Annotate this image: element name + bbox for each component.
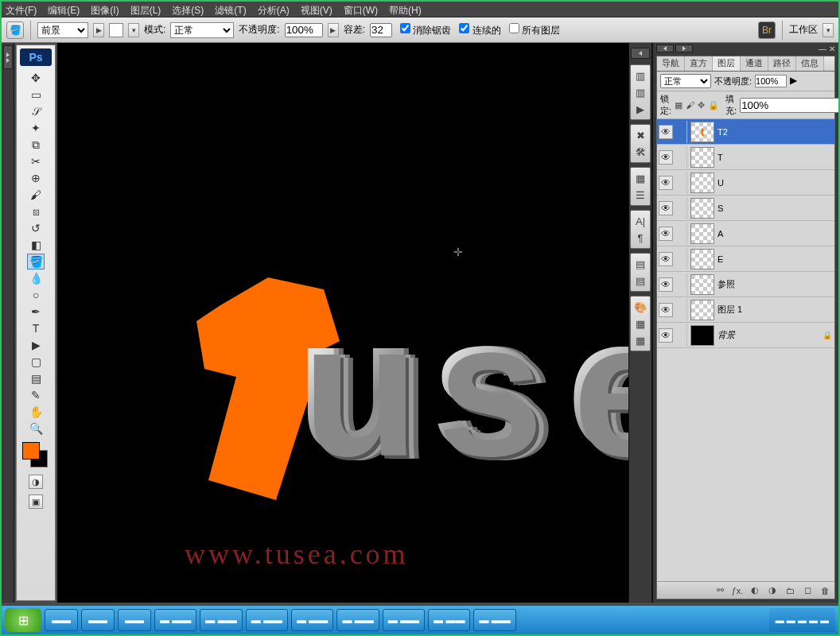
fx-icon[interactable]: ƒx.: [731, 584, 744, 597]
visibility-eye-icon[interactable]: 👁: [659, 176, 673, 190]
tab-navigator[interactable]: 导航: [657, 56, 685, 71]
all-layers-checkbox[interactable]: 所有图层: [509, 23, 560, 37]
stamp-tool[interactable]: ⧇: [27, 204, 45, 219]
layers-shortcut-icon[interactable]: ▦: [633, 171, 648, 185]
tolerance-input[interactable]: [370, 23, 392, 37]
opacity-input[interactable]: [285, 23, 323, 37]
dodge-tool[interactable]: ○: [27, 287, 45, 303]
lock-pixels-icon[interactable]: 🖌: [686, 99, 694, 111]
layer-opacity-input[interactable]: [755, 75, 787, 87]
link-column[interactable]: [676, 273, 687, 296]
lasso-tool[interactable]: 𝒮: [27, 103, 45, 119]
task-item[interactable]: ▬ ▬▬: [473, 609, 515, 631]
ps-logo-icon[interactable]: Ps: [20, 48, 52, 66]
link-column[interactable]: [676, 146, 687, 169]
workspace-label[interactable]: 工作区: [789, 23, 818, 37]
zoom-tool[interactable]: 🔍: [27, 421, 45, 436]
layer-row[interactable]: 👁A: [657, 221, 834, 246]
visibility-eye-icon[interactable]: 👁: [659, 125, 673, 139]
opacity-flyout-icon[interactable]: ▶: [328, 23, 339, 37]
histogram-icon[interactable]: ▥: [633, 68, 648, 83]
menu-edit[interactable]: 编辑(E): [48, 4, 80, 14]
character-panel-icon[interactable]: A|: [633, 214, 648, 228]
link-column[interactable]: [676, 197, 687, 219]
slice-tool[interactable]: ✂: [27, 153, 45, 169]
visibility-eye-icon[interactable]: 👁: [659, 303, 673, 317]
type-tool[interactable]: T: [27, 320, 45, 336]
tab-info[interactable]: 信息: [796, 56, 824, 71]
link-column[interactable]: [676, 248, 687, 270]
layer-thumbnail[interactable]: t: [690, 122, 714, 142]
styles-panel-icon[interactable]: ▦: [633, 333, 648, 347]
adjustment-icon[interactable]: ◑: [766, 584, 779, 597]
swatches-panel-icon[interactable]: ▦: [633, 316, 648, 331]
menu-file[interactable]: 文件(F): [6, 4, 37, 14]
navigator-icon[interactable]: ▥: [633, 85, 648, 99]
task-item[interactable]: ▬▬: [81, 609, 115, 631]
layer-row[interactable]: 👁背景🔒: [657, 323, 834, 348]
crop-tool[interactable]: ⧉: [27, 137, 45, 153]
eraser-tool[interactable]: ◧: [27, 237, 45, 253]
visibility-eye-icon[interactable]: 👁: [659, 150, 673, 165]
panel-close-icon[interactable]: ✕: [829, 45, 835, 53]
collapse-right-icon[interactable]: [656, 45, 674, 52]
blend-mode-select[interactable]: 正常: [170, 22, 234, 38]
collapse-left-icon[interactable]: [3, 45, 13, 69]
layer-thumbnail[interactable]: [690, 274, 714, 295]
menu-window[interactable]: 窗口(W): [344, 4, 378, 14]
tab-channels[interactable]: 通道: [741, 56, 768, 71]
link-column[interactable]: [676, 324, 687, 347]
task-item[interactable]: ▬ ▬▬: [154, 609, 196, 631]
lock-transparency-icon[interactable]: ▦: [675, 99, 682, 111]
fill-input[interactable]: [740, 98, 840, 113]
lock-position-icon[interactable]: ✥: [698, 99, 705, 111]
layer-thumbnail[interactable]: [690, 198, 714, 219]
visibility-eye-icon[interactable]: 👁: [659, 328, 673, 343]
menu-layer[interactable]: 图层(L): [130, 4, 161, 14]
blur-tool[interactable]: 💧: [27, 270, 45, 286]
task-item[interactable]: ▬ ▬▬: [428, 609, 470, 631]
workspace-arrow-icon[interactable]: ▾: [822, 23, 834, 37]
trash-icon[interactable]: 🗑: [819, 584, 831, 597]
color-swatches[interactable]: [22, 442, 49, 469]
visibility-eye-icon[interactable]: 👁: [659, 201, 673, 215]
link-column[interactable]: [676, 223, 687, 245]
task-item[interactable]: ▬ ▬▬: [200, 609, 242, 631]
new-layer-icon[interactable]: ◻: [801, 584, 814, 597]
layercomp-icon[interactable]: ☰: [633, 188, 648, 202]
history-icon[interactable]: ▤: [633, 273, 648, 288]
foreground-select[interactable]: 前景: [37, 22, 88, 38]
expand-right-icon[interactable]: [675, 45, 693, 52]
menu-view[interactable]: 视图(V): [301, 4, 332, 14]
layer-thumbnail[interactable]: [690, 223, 714, 244]
screenmode-icon[interactable]: ▣: [29, 494, 43, 509]
task-item[interactable]: ▬ ▬▬: [336, 609, 379, 631]
options-icon[interactable]: ▶: [633, 102, 648, 116]
link-column[interactable]: [676, 172, 687, 194]
notes-tool[interactable]: ▤: [27, 370, 45, 386]
link-layers-icon[interactable]: ⚯: [714, 584, 726, 597]
layer-thumbnail[interactable]: [690, 147, 714, 168]
task-item[interactable]: ▬ ▬▬: [383, 609, 425, 631]
layer-thumbnail[interactable]: [690, 300, 714, 320]
group-icon[interactable]: 🗀: [784, 584, 796, 597]
layer-row[interactable]: 👁E: [657, 246, 834, 272]
layer-row[interactable]: 👁T: [657, 145, 834, 170]
pen-tool[interactable]: ✒: [27, 304, 45, 320]
layer-row[interactable]: 👁S: [657, 196, 834, 221]
contiguous-checkbox[interactable]: 连续的: [459, 23, 500, 37]
history-brush-tool[interactable]: ↺: [27, 220, 45, 236]
eyedropper-tool[interactable]: ✎: [27, 387, 45, 403]
mask-icon[interactable]: ◐: [749, 584, 761, 597]
tab-layers[interactable]: 图层: [713, 56, 741, 71]
canvas[interactable]: ✛ u s e www.tusea.com: [57, 43, 628, 603]
tab-histogram[interactable]: 直方: [685, 56, 713, 71]
bucket-tool[interactable]: 🪣: [27, 254, 45, 270]
visibility-eye-icon[interactable]: 👁: [659, 252, 673, 266]
visibility-eye-icon[interactable]: 👁: [659, 277, 673, 292]
layer-thumbnail[interactable]: [690, 325, 714, 346]
foreground-color[interactable]: [22, 442, 40, 460]
marquee-tool[interactable]: ▭: [27, 87, 45, 103]
bucket-tool-icon[interactable]: 🪣: [6, 21, 24, 39]
tab-paths[interactable]: 路径: [768, 56, 796, 71]
